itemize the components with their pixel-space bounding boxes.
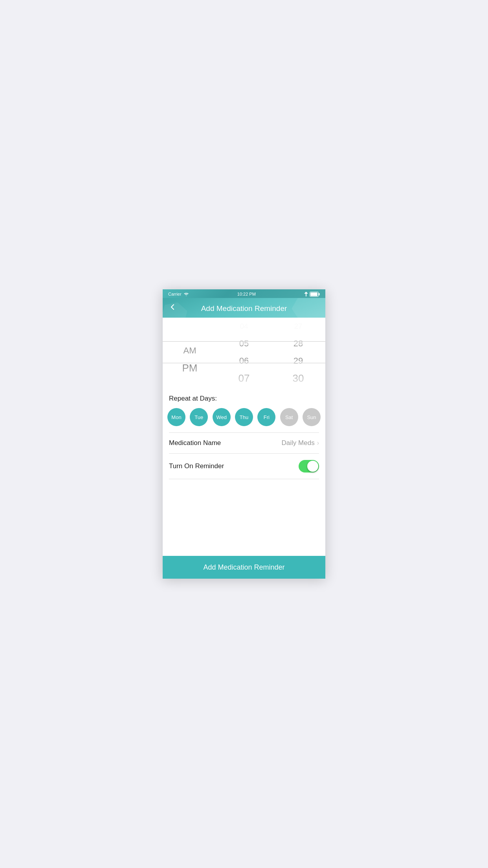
status-right — [304, 292, 320, 297]
picker-min-30[interactable]: 30 — [293, 370, 304, 387]
status-time: 10:22 PM — [237, 292, 256, 296]
add-button-label: Add Medication Reminder — [203, 563, 284, 572]
svg-rect-2 — [310, 292, 317, 296]
picker-hour-04[interactable]: 04 — [238, 318, 250, 335]
spacer — [163, 479, 325, 556]
medication-chevron-icon: › — [317, 440, 319, 447]
add-medication-button[interactable]: Add Medication Reminder — [163, 556, 325, 579]
medication-name-value[interactable]: Daily Meds › — [282, 439, 319, 447]
medication-name-label: Medication Name — [169, 439, 221, 447]
day-sun[interactable]: Sun — [303, 408, 321, 426]
status-bar: Carrier 10:22 PM — [163, 289, 325, 298]
wifi-icon — [183, 292, 189, 296]
medication-name-text: Daily Meds — [282, 439, 315, 447]
toggle-knob — [307, 461, 318, 472]
reminder-label: Turn On Reminder — [169, 462, 224, 470]
day-sat[interactable]: Sat — [280, 408, 298, 426]
picker-hour-col[interactable]: 04 05 06 07 08 09 10 — [217, 318, 271, 388]
day-fri[interactable]: Fri — [257, 408, 275, 426]
days-row: Mon Tue Wed Thu Fri Sat Sun — [163, 406, 325, 432]
picker-min-31[interactable]: 31 — [293, 387, 304, 388]
content-area: Repeat at Days: Mon Tue Wed Thu Fri Sat … — [163, 388, 325, 556]
day-thu[interactable]: Thu — [235, 408, 253, 426]
medication-name-row[interactable]: Medication Name Daily Meds › — [163, 433, 325, 453]
battery-icon — [310, 292, 320, 297]
picker-hour-07[interactable]: 07 — [238, 370, 250, 387]
nav-bar: Add Medication Reminder — [163, 298, 325, 318]
picker-hour-05[interactable]: 05 — [238, 335, 250, 352]
carrier-label: Carrier — [168, 292, 182, 296]
picker-min-28[interactable]: 28 — [293, 335, 304, 352]
reminder-toggle[interactable] — [299, 460, 319, 473]
picker-columns: AM PM PM 04 05 06 07 08 09 10 — [163, 318, 325, 388]
back-button[interactable] — [168, 303, 177, 313]
picker-min-29[interactable]: 29 — [293, 352, 304, 370]
picker-min-27[interactable]: 27 — [293, 318, 304, 335]
picker-ampm-col[interactable]: AM PM PM — [163, 318, 217, 388]
repeat-days-label: Repeat at Days: — [163, 388, 325, 406]
phone-container: Carrier 10:22 PM — [163, 289, 325, 579]
picker-minute-col[interactable]: 27 28 29 30 31 32 33 — [271, 318, 325, 388]
day-tue[interactable]: Tue — [190, 408, 208, 426]
page-title: Add Medication Reminder — [201, 304, 287, 313]
reminder-row: Turn On Reminder — [163, 454, 325, 479]
picker-ampm-item[interactable]: AM — [182, 342, 198, 359]
picker-hour-06[interactable]: 06 — [238, 352, 250, 370]
svg-rect-1 — [319, 293, 320, 295]
picker-ampm-selected[interactable]: PM — [182, 359, 198, 377]
time-picker[interactable]: AM PM PM 04 05 06 07 08 09 10 — [163, 318, 325, 388]
day-mon[interactable]: Mon — [167, 408, 185, 426]
location-icon — [304, 292, 308, 296]
day-wed[interactable]: Wed — [213, 408, 231, 426]
picker-hour-08[interactable]: 08 — [238, 387, 250, 388]
status-left: Carrier — [168, 292, 189, 296]
